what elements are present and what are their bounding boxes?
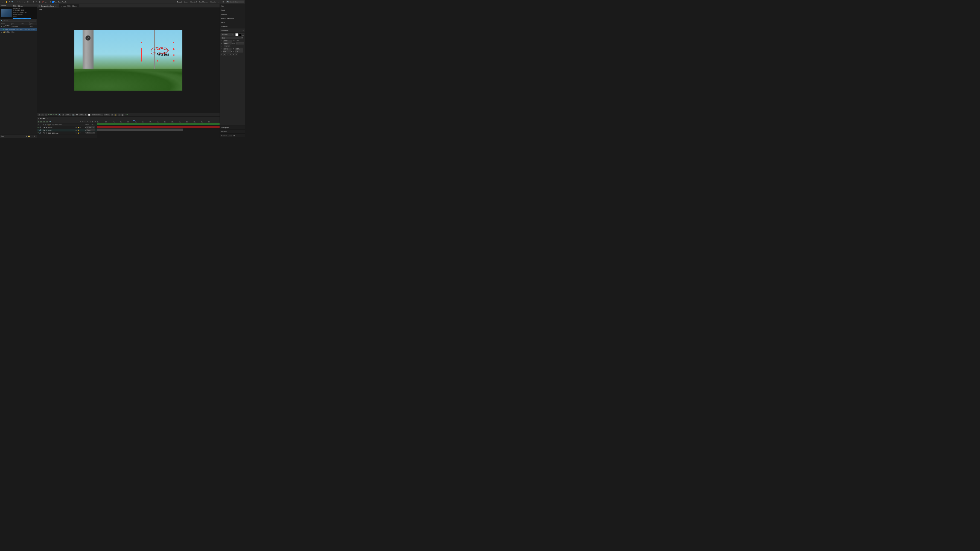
list-item[interactable]: ▶ IMG_1431.mov QuickTime 47.0 MB 29.974 xyxy=(0,28,37,30)
delete-icon[interactable]: 🗑 xyxy=(33,135,36,138)
camera-view-btn[interactable]: Active Camera ▾ xyxy=(92,114,103,116)
home-icon[interactable]: ⌂ xyxy=(1,0,3,3)
text-tool-icon[interactable]: T xyxy=(33,0,35,3)
tl-frame-blend-icon[interactable]: ⊡ xyxy=(82,121,84,123)
shape-tool-icon[interactable]: △ xyxy=(45,0,47,3)
hscale-input[interactable] xyxy=(223,48,231,50)
ruler-playhead[interactable] xyxy=(134,120,134,123)
new-folder-icon[interactable]: 📁 xyxy=(28,135,30,138)
tab-comp1-close[interactable]: ✕ xyxy=(56,5,57,7)
free-mask-icon[interactable]: ⬡ xyxy=(27,0,29,3)
smallcaps-btn[interactable]: Tt xyxy=(229,53,232,56)
layer-controls-btn[interactable]: ◇ xyxy=(118,114,121,116)
layer2-vis-icon[interactable]: 👁 xyxy=(37,130,39,131)
workspace-overflow-icon[interactable]: » xyxy=(218,1,220,3)
resolution-btn[interactable]: Full ▾ xyxy=(79,114,84,116)
view-count-btn[interactable]: 1 View ▾ xyxy=(103,114,110,116)
zoom-tool-icon[interactable]: 🔍 xyxy=(11,0,14,3)
font-size-input[interactable] xyxy=(223,40,232,42)
hand-tool-icon[interactable]: ✋ xyxy=(5,0,8,3)
font-style-select[interactable]: Bold xyxy=(221,37,243,40)
layer2-parent-select[interactable]: None xyxy=(86,129,95,132)
allcaps-btn[interactable]: TT xyxy=(226,53,229,56)
tl-solo-icon[interactable]: ◉ xyxy=(92,121,94,123)
layer1-vis-icon[interactable]: 👁 xyxy=(37,127,39,129)
eraser-tool-icon[interactable]: ◫ xyxy=(38,0,41,3)
tl-motion-blur-icon[interactable]: ≋ xyxy=(79,121,81,123)
magnifier-btn[interactable]: 🔍 xyxy=(58,114,61,116)
cursor-tool-icon[interactable]: ↖ xyxy=(8,0,11,3)
vscale-input[interactable] xyxy=(235,48,243,50)
layer2-lock[interactable]: 🔒 xyxy=(78,130,79,131)
workspace-tab-libraries[interactable]: Libraries xyxy=(209,1,217,3)
layer3-audio-icon[interactable]: 🔊 xyxy=(40,132,41,134)
list-item[interactable]: ▶ ⬛ Comp 1 Composition 29.97 xyxy=(0,25,37,28)
paint-tool-icon[interactable]: ✏ xyxy=(35,0,38,3)
timeline-ruler[interactable]: 0:00s 02s 04s 06s 08s 10s 12s 14s 16s 18… xyxy=(97,120,220,123)
italic-btn[interactable]: T xyxy=(223,53,226,56)
snapshot-btn[interactable]: 📷 xyxy=(72,114,75,116)
camera-icon[interactable]: ⊕ xyxy=(49,0,51,3)
tab-comp1[interactable]: ⬛ Composition: Comp 1 ✕ xyxy=(37,5,59,8)
new-comp-icon[interactable]: ⊞ xyxy=(25,135,27,138)
right-panel-content-aware[interactable]: Content-Aware Fill xyxy=(220,133,245,138)
timeline-menu-icon[interactable]: ≡ xyxy=(48,118,48,119)
layer3-expand[interactable]: ▶ xyxy=(44,132,46,133)
layer1-parent-select[interactable]: 2. Null 1 None xyxy=(86,127,95,129)
redo-icon[interactable]: ↪ xyxy=(19,0,21,3)
project-panel-menu[interactable]: ≡ xyxy=(6,5,7,6)
transparency-btn[interactable]: ⊠ xyxy=(84,114,87,116)
right-panel-libraries[interactable]: Libraries xyxy=(220,24,245,29)
tl-3d-icon[interactable]: ⊕ xyxy=(87,121,89,123)
right-panel-info[interactable]: Info xyxy=(220,4,245,8)
swap-colors-icon[interactable]: ↔ xyxy=(242,33,244,36)
layer2-audio-icon[interactable]: 🔊 xyxy=(40,130,41,131)
grid-btn[interactable]: ⊞ xyxy=(38,114,40,116)
layer3-solo[interactable]: ◉ xyxy=(75,132,77,133)
sync-icon[interactable]: ⊞ xyxy=(222,0,224,3)
workspace-tab-learn[interactable]: Learn xyxy=(183,1,189,3)
workspace-tab-small-screen[interactable]: Small Screen xyxy=(198,1,209,3)
pin-tool-icon[interactable]: 📌 xyxy=(41,0,44,3)
right-panel-audio[interactable]: Audio xyxy=(220,8,245,12)
stroke-color-swatch[interactable] xyxy=(239,33,242,36)
layer-row[interactable]: 👁 🔊 1 ▶ T Wales ◉ 🔒 ✏ ⊕ xyxy=(37,126,97,129)
layer2-expand[interactable]: ▶ xyxy=(44,130,46,131)
pixel-view-btn[interactable]: ⬜ xyxy=(88,114,91,116)
list-item[interactable]: ▶ 📁 Solids Folder xyxy=(0,30,37,33)
superscript-btn[interactable]: Ta xyxy=(232,53,235,56)
workspace-tab-default[interactable]: Default xyxy=(176,0,183,3)
tl-graph-editor-icon[interactable]: 〜 xyxy=(84,121,86,123)
fast-preview-btn[interactable]: ⚡ xyxy=(114,114,117,116)
3d-view-btn[interactable]: ◉ xyxy=(45,114,48,116)
import-icon[interactable]: ⬇ xyxy=(30,135,33,138)
tl-mode-icon[interactable]: ⊞ xyxy=(94,121,96,123)
rect-mask-icon[interactable]: ▭ xyxy=(24,0,26,3)
project-search-input[interactable] xyxy=(3,20,36,22)
kerning-input[interactable] xyxy=(223,42,232,44)
layer-row[interactable]: 👁 🔊 3 ▶ ▶ IMG_1431.mov ◉ 🔒 ✏ ⊕ xyxy=(37,132,97,135)
pen-tool-icon[interactable]: ✒ xyxy=(30,0,32,3)
tracking-input[interactable] xyxy=(236,42,244,44)
right-panel-preview[interactable]: Preview xyxy=(220,12,245,16)
render-mode-btn[interactable]: ⊡ xyxy=(111,114,113,116)
search-replace-icon[interactable]: 🔍 xyxy=(49,121,51,123)
character-collapse-icon[interactable]: ≡ xyxy=(243,30,243,32)
search-help-input[interactable] xyxy=(230,1,243,3)
indent-unit-select[interactable]: - px xyxy=(224,45,230,48)
undo-icon[interactable]: ↩ xyxy=(16,0,18,3)
tl-shape-icon[interactable]: ◇ xyxy=(89,121,91,123)
right-panel-align[interactable]: Align xyxy=(220,20,245,24)
layer1-expand[interactable]: ▶ xyxy=(44,127,46,128)
right-panel-tracker[interactable]: Tracker xyxy=(220,130,245,133)
composition-canvas[interactable]: Wales xyxy=(75,30,182,91)
layer2-solo[interactable]: ◉ xyxy=(75,130,77,131)
layer-row[interactable]: 👁 🔊 2 ▶ ⊡ Null 1 ◉ 🔒 ✏ ⊕ xyxy=(37,129,97,132)
bold-btn[interactable]: T xyxy=(221,53,223,56)
tab-layer[interactable]: ▶ Layer IMG_1431.mov xyxy=(59,5,79,8)
timeline-timecode[interactable]: 0;00;09;08 xyxy=(38,121,49,123)
layer1-solo[interactable]: ◉ xyxy=(75,127,77,128)
auto-open-panels-label[interactable]: Auto-Open Panels xyxy=(52,1,67,3)
show-snapshot-btn[interactable]: 🖼 xyxy=(75,114,78,116)
tsume-input[interactable] xyxy=(235,51,243,53)
